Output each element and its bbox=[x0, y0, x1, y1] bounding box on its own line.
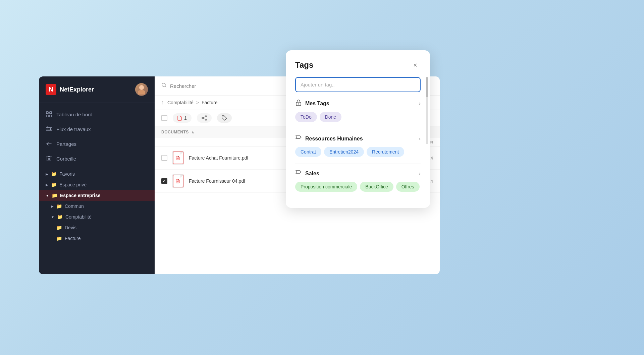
sidebar-label-favoris: Favoris bbox=[59, 171, 75, 177]
rh-header[interactable]: Ressources Humaines › bbox=[295, 134, 421, 143]
tag-chip-proposition[interactable]: Proposition commerciale bbox=[295, 182, 357, 192]
tag-chip-done[interactable]: Done bbox=[320, 112, 341, 122]
sidebar-label-partages: Partages bbox=[56, 141, 76, 147]
logo-area: N NetExplorer bbox=[46, 84, 94, 95]
svg-text:PDF: PDF bbox=[177, 181, 179, 183]
tags-panel: Tags × Mes Tags › ToDo Done bbox=[286, 50, 430, 208]
documents-label: DOCUMENTS bbox=[161, 130, 189, 134]
tag-chip-contrat[interactable]: Contrat bbox=[295, 147, 321, 157]
tag-chip-recrutement[interactable]: Recrutement bbox=[367, 147, 404, 157]
scrollbar-thumb bbox=[426, 77, 428, 97]
file2-checkbox[interactable]: ✓ bbox=[161, 178, 167, 184]
file1-icon: PDF bbox=[172, 151, 184, 165]
select-all-checkbox[interactable] bbox=[161, 115, 167, 121]
file-count-label: 1 bbox=[184, 115, 187, 121]
sidebar-header: N NetExplorer bbox=[39, 76, 155, 103]
folder-icon-entreprise: 📁 bbox=[52, 193, 57, 198]
sidebar-item-commun[interactable]: ▶ 📁 Commun bbox=[39, 201, 155, 212]
folder-icon-facture: 📁 bbox=[56, 236, 62, 241]
breadcrumb-up-arrow[interactable]: ↑ bbox=[161, 100, 164, 106]
lock-icon bbox=[295, 99, 302, 108]
mes-tags-chevron: › bbox=[419, 101, 421, 107]
close-button[interactable]: × bbox=[410, 60, 421, 70]
tags-panel-header: Tags × bbox=[295, 60, 421, 70]
sales-icon bbox=[295, 169, 302, 178]
divider-1 bbox=[295, 129, 421, 129]
sidebar-label-devis: Devis bbox=[65, 225, 76, 230]
commun-arrow: ▶ bbox=[51, 204, 54, 208]
avatar[interactable] bbox=[135, 83, 148, 96]
sales-header[interactable]: Sales › bbox=[295, 169, 421, 178]
tag-chip-offres[interactable]: Offres bbox=[396, 182, 420, 192]
sidebar-label-entreprise: Espace entreprise bbox=[60, 193, 101, 198]
file2-icon: PDF bbox=[172, 174, 184, 188]
sidebar-item-corbeille[interactable]: Corbeille bbox=[39, 151, 155, 166]
scrollbar[interactable] bbox=[426, 77, 428, 144]
file1-checkbox[interactable] bbox=[161, 155, 167, 161]
folder-icon-favoris: 📁 bbox=[51, 171, 57, 177]
svg-rect-3 bbox=[50, 115, 52, 117]
rh-chips: Contrat Entretien2024 Recrutement bbox=[295, 147, 421, 157]
tag-chip-todo[interactable]: ToDo bbox=[295, 112, 317, 122]
logo-icon: N bbox=[46, 84, 56, 95]
sidebar-item-comptabilite[interactable]: ▼ 📁 Comptabilité bbox=[39, 212, 155, 222]
app-name: NetExplorer bbox=[60, 86, 94, 93]
sidebar-label-facture: Facture bbox=[65, 236, 80, 241]
favoris-arrow: ▶ bbox=[46, 172, 48, 176]
sales-chevron: › bbox=[419, 171, 421, 177]
svg-rect-2 bbox=[46, 115, 48, 117]
tag-section-rh: Ressources Humaines › Contrat Entretien2… bbox=[295, 134, 421, 157]
tag-section-sales: Sales › Proposition commerciale BackOffi… bbox=[295, 169, 421, 192]
tags-panel-title: Tags bbox=[295, 60, 313, 70]
rh-title: Ressources Humaines bbox=[305, 136, 363, 142]
rh-icon bbox=[295, 134, 302, 143]
tag-input[interactable] bbox=[295, 77, 421, 92]
collapse-icon[interactable]: ∧ bbox=[192, 130, 194, 134]
sidebar-item-favoris[interactable]: ▶ 📁 Favoris bbox=[39, 169, 155, 179]
breadcrumb-parent[interactable]: Comptabilité bbox=[167, 100, 194, 105]
sidebar-item-espace-prive[interactable]: ▶ 📁 Espace privé bbox=[39, 179, 155, 190]
flux-icon bbox=[46, 126, 52, 132]
sidebar-label-tableau: Tableau de bord bbox=[56, 112, 93, 117]
tag-section-mes-tags: Mes Tags › ToDo Done bbox=[295, 99, 421, 122]
dashboard-icon bbox=[46, 111, 52, 118]
entreprise-arrow: ▼ bbox=[46, 194, 49, 197]
svg-text:PDF: PDF bbox=[177, 158, 179, 160]
sales-chips: Proposition commerciale BackOffice Offre… bbox=[295, 182, 421, 192]
share-button[interactable] bbox=[197, 113, 212, 123]
trash-icon bbox=[46, 155, 52, 162]
divider-2 bbox=[295, 164, 421, 164]
svg-rect-1 bbox=[50, 112, 52, 114]
sidebar-label-commun: Commun bbox=[65, 203, 84, 209]
mes-tags-header[interactable]: Mes Tags › bbox=[295, 99, 421, 108]
tag-chip-entretien[interactable]: Entretien2024 bbox=[324, 147, 364, 157]
sidebar-item-flux-de-travaux[interactable]: Flux de travaux bbox=[39, 122, 155, 136]
svg-point-13 bbox=[298, 104, 299, 105]
breadcrumb-current: Facture bbox=[202, 100, 217, 105]
svg-rect-0 bbox=[46, 112, 48, 114]
sidebar-item-facture[interactable]: 📁 Facture bbox=[39, 233, 155, 244]
file-count-button[interactable]: 1 bbox=[173, 113, 192, 123]
sidebar-label-prive: Espace privé bbox=[59, 182, 87, 187]
search-icon bbox=[161, 82, 167, 89]
sidebar-label-flux: Flux de travaux bbox=[56, 126, 91, 132]
sidebar-item-tableau-de-bord[interactable]: Tableau de bord bbox=[39, 107, 155, 122]
sidebar-label-comptabilite: Comptabilité bbox=[65, 214, 92, 220]
folder-icon-devis: 📁 bbox=[56, 225, 62, 230]
sidebar-item-devis[interactable]: 📁 Devis bbox=[39, 222, 155, 233]
compta-arrow: ▼ bbox=[51, 215, 54, 219]
tag-button[interactable] bbox=[217, 113, 232, 123]
partages-icon bbox=[46, 140, 52, 147]
sidebar-nav: Tableau de bord Flux de travaux Partages bbox=[39, 103, 155, 274]
sales-title: Sales bbox=[305, 171, 319, 177]
sidebar-item-partages[interactable]: Partages bbox=[39, 136, 155, 151]
rh-chevron: › bbox=[419, 136, 421, 142]
mes-tags-title: Mes Tags bbox=[305, 101, 329, 107]
prive-arrow: ▶ bbox=[46, 183, 48, 187]
svg-rect-4 bbox=[47, 157, 51, 161]
folder-icon-prive: 📁 bbox=[51, 182, 57, 187]
tag-chip-backoffice[interactable]: BackOffice bbox=[360, 182, 393, 192]
sidebar-item-espace-entreprise[interactable]: ▼ 📁 Espace entreprise bbox=[39, 190, 155, 201]
svg-point-9 bbox=[223, 117, 223, 117]
mes-tags-chips: ToDo Done bbox=[295, 112, 421, 122]
